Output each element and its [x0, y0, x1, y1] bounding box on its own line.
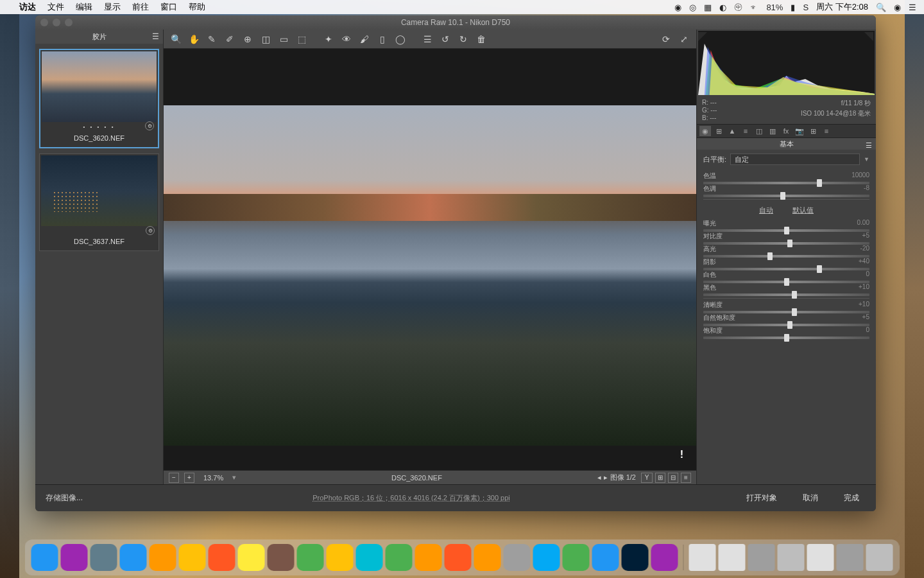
menu-file[interactable]: 文件: [47, 1, 64, 13]
dock-app-6[interactable]: [209, 544, 235, 571]
battery-label[interactable]: 81%: [766, 3, 783, 12]
compare-y-button[interactable]: Y: [641, 473, 653, 483]
thumbnail[interactable]: • • • • • ⚙ DSC_3620.NEF: [39, 49, 159, 148]
wechat-icon[interactable]: ◉: [674, 3, 681, 12]
cancel-button[interactable]: 取消: [796, 490, 825, 506]
battery-icon[interactable]: ▮: [791, 3, 795, 12]
dock-app-21[interactable]: [651, 544, 678, 571]
zoom-tool-icon[interactable]: 🔍: [169, 32, 183, 46]
tab-curve-icon[interactable]: ⊞: [713, 126, 724, 136]
slider-track[interactable]: [703, 255, 869, 258]
compare-a-button[interactable]: ⊞: [655, 473, 665, 483]
slider-thumb[interactable]: [792, 308, 797, 316]
dock-app-19[interactable]: [592, 544, 619, 571]
dock-file-1[interactable]: [719, 544, 746, 571]
clock[interactable]: 周六 下午2:08: [816, 1, 868, 13]
preferences-icon[interactable]: ☰: [420, 32, 434, 46]
close-button[interactable]: [40, 19, 48, 26]
notification-icon[interactable]: ☰: [909, 3, 916, 12]
slider-track[interactable]: [703, 268, 869, 270]
dock-app-20[interactable]: [622, 544, 649, 571]
spotlight-icon[interactable]: 🔍: [876, 3, 886, 12]
tab-hsl-icon[interactable]: ≡: [740, 126, 751, 136]
slider-value[interactable]: 0.00: [857, 219, 869, 228]
rotate-right-icon[interactable]: ↻: [456, 32, 470, 46]
color-sampler-icon[interactable]: ✐: [223, 32, 237, 46]
tray-icon-2[interactable]: ◐: [719, 3, 726, 12]
expand-icon[interactable]: ⤢: [677, 32, 691, 46]
fullscreen-icon[interactable]: ⟳: [659, 32, 673, 46]
slider-value[interactable]: +10: [859, 283, 869, 292]
slider-value[interactable]: +5: [862, 313, 869, 322]
default-button[interactable]: 默认值: [792, 206, 814, 215]
app-menu[interactable]: 访达: [19, 1, 36, 13]
compare-b-button[interactable]: ⊟: [668, 473, 678, 483]
slider-value[interactable]: +10: [859, 301, 869, 310]
thumbnail-settings-icon[interactable]: ⚙: [145, 121, 154, 130]
dock-app-12[interactable]: [386, 544, 413, 571]
warning-icon[interactable]: !: [680, 449, 683, 460]
slider-value[interactable]: 10000: [851, 171, 869, 180]
gradient-tool-icon[interactable]: ▯: [375, 32, 389, 46]
tab-lens-icon[interactable]: ▥: [767, 126, 778, 136]
slider-thumb[interactable]: [784, 278, 789, 286]
dock-app-16[interactable]: [504, 544, 531, 571]
dock-app-7[interactable]: [238, 544, 265, 571]
spot-removal-icon[interactable]: ✦: [321, 32, 336, 46]
slider-track[interactable]: [703, 337, 869, 339]
slider-thumb[interactable]: [780, 192, 785, 200]
preview-area[interactable]: !: [164, 49, 696, 470]
dock-app-2[interactable]: [90, 544, 117, 571]
tab-fx-icon[interactable]: fx: [780, 126, 792, 136]
dock-app-3[interactable]: [120, 544, 147, 571]
slider-thumb[interactable]: [784, 227, 789, 234]
tab-snapshots-icon[interactable]: ≡: [821, 126, 832, 136]
brush-tool-icon[interactable]: 🖌: [357, 32, 372, 46]
sogou-icon[interactable]: S: [803, 3, 809, 12]
histogram[interactable]: [698, 31, 875, 95]
tab-presets-icon[interactable]: ⊞: [807, 126, 819, 136]
wifi-icon[interactable]: ᯤ: [750, 3, 758, 12]
slider-track[interactable]: [703, 324, 869, 326]
dock-file-0[interactable]: [689, 544, 716, 571]
tray-icon[interactable]: ▦: [704, 3, 712, 12]
slider-value[interactable]: 0: [866, 326, 869, 335]
tab-basic-icon[interactable]: ◉: [699, 126, 711, 136]
tab-camera-icon[interactable]: 📷: [794, 126, 805, 136]
slider-track[interactable]: [703, 229, 869, 232]
zoom-dropdown-icon[interactable]: ▾: [232, 473, 236, 482]
slider-track[interactable]: [703, 195, 869, 197]
slider-thumb[interactable]: [817, 179, 822, 187]
thumbnail-settings-icon[interactable]: ⚙: [146, 226, 155, 235]
zoom-button[interactable]: [65, 19, 73, 26]
dock-app-10[interactable]: [327, 544, 354, 571]
rotate-left-icon[interactable]: ↺: [438, 32, 452, 46]
filmstrip-menu-icon[interactable]: ☰: [152, 32, 159, 41]
menu-help[interactable]: 帮助: [189, 1, 205, 13]
dock-app-5[interactable]: [179, 544, 206, 571]
tab-split-icon[interactable]: ◫: [753, 126, 765, 136]
redeye-tool-icon[interactable]: 👁: [339, 32, 354, 46]
thumbnail[interactable]: ⚙ DSC_3637.NEF: [39, 153, 159, 251]
workflow-info[interactable]: ProPhoto RGB；16 位；6016 x 4016 (24.2 百万像素…: [312, 493, 510, 503]
dock-app-13[interactable]: [415, 544, 442, 571]
hand-tool-icon[interactable]: ✋: [187, 32, 201, 46]
zoom-out-button[interactable]: −: [169, 473, 179, 483]
slider-thumb[interactable]: [792, 291, 797, 299]
dock-app-18[interactable]: [563, 544, 590, 571]
straighten-tool-icon[interactable]: ▭: [277, 32, 291, 46]
dock-app-9[interactable]: [297, 544, 324, 571]
dock-app-14[interactable]: [445, 544, 472, 571]
dock-file-4[interactable]: [807, 544, 834, 571]
slider-track[interactable]: [703, 281, 869, 283]
save-image-button[interactable]: 存储图像...: [46, 493, 83, 504]
input-icon[interactable]: ㊥: [734, 1, 742, 13]
done-button[interactable]: 完成: [837, 490, 866, 506]
cc-icon[interactable]: ◎: [689, 3, 696, 12]
eyedropper-white-icon[interactable]: ✎: [205, 32, 219, 46]
crop-tool-icon[interactable]: ◫: [259, 32, 273, 46]
dock-app-1[interactable]: [61, 544, 88, 571]
dock-file-2[interactable]: [748, 544, 775, 571]
open-button[interactable]: 打开对象: [740, 490, 783, 506]
slider-thumb[interactable]: [784, 334, 789, 342]
